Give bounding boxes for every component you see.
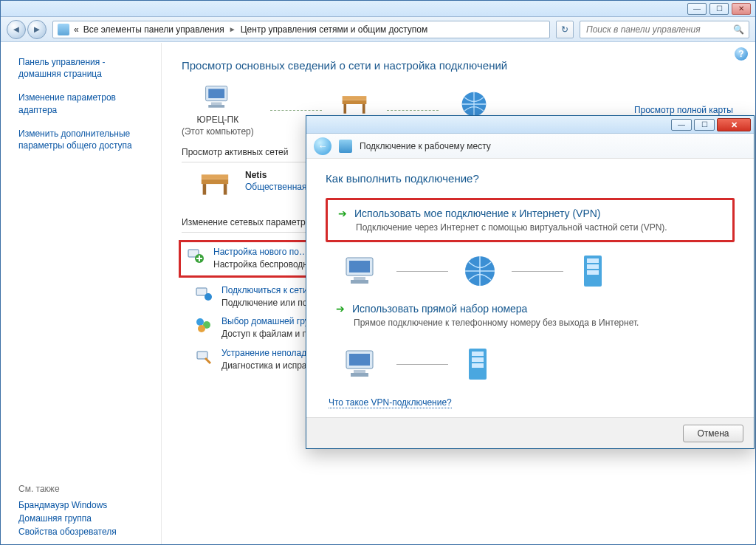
option-dialup-title: Использовать прямой набор номера [352, 303, 527, 315]
vpn-help-link[interactable]: Что такое VPN-подключение? [329, 397, 452, 408]
see-also-homegroup[interactable]: Домашняя группа [18, 513, 152, 524]
vpn-diagram [342, 253, 735, 289]
nav-back-button[interactable]: ◄ [7, 20, 26, 39]
sidebar: Панель управления - домашняя страница Из… [1, 43, 162, 544]
sidebar-adapter-settings[interactable]: Изменение параметров адаптера [18, 92, 149, 115]
map-computer-label: ЮРЕЦ-ПК [197, 114, 239, 125]
sidebar-sharing-settings[interactable]: Изменить дополнительные параметры общего… [18, 128, 149, 151]
minimize-button[interactable]: — [687, 3, 707, 15]
svg-rect-12 [224, 184, 227, 195]
diagram-line [512, 271, 563, 272]
svg-point-19 [198, 325, 205, 332]
see-also-firewall[interactable]: Брандмауэр Windows [18, 500, 152, 510]
svg-rect-36 [472, 357, 484, 362]
refresh-button[interactable]: ↻ [556, 21, 574, 38]
svg-rect-10 [202, 174, 228, 179]
arrow-icon: ➔ [338, 208, 347, 219]
dialog-maximize-button[interactable]: ☐ [694, 119, 715, 131]
svg-rect-37 [472, 363, 484, 368]
svg-rect-5 [342, 96, 366, 100]
page-title: Просмотр основных сведений о сети и наст… [182, 59, 733, 72]
svg-rect-35 [472, 352, 484, 356]
option-vpn-desc: Подключение через Интернет с помощью вир… [356, 222, 722, 233]
svg-rect-23 [354, 277, 365, 280]
dialup-diagram [342, 346, 735, 383]
bench-icon [195, 170, 235, 199]
svg-rect-3 [208, 105, 224, 108]
dialog-footer: Отмена [306, 417, 754, 448]
connect-workplace-dialog: — ☐ ✕ ← Подключение к рабочему месту Как… [306, 115, 755, 449]
breadcrumb-prefix: « [74, 24, 79, 35]
svg-point-16 [205, 293, 212, 301]
setup-connection-icon [187, 247, 205, 264]
dialog-title: Подключение к рабочему месту [360, 141, 491, 151]
homegroup-icon [195, 316, 213, 334]
map-computer: ЮРЕЦ-ПК (Этот компьютер) [182, 83, 254, 137]
dialog-body: Как выполнить подключение? ➔ Использоват… [306, 159, 754, 416]
connect-network-icon [195, 285, 213, 303]
workplace-icon [339, 140, 352, 153]
svg-rect-22 [349, 261, 370, 272]
breadcrumb-sep: ► [229, 25, 236, 33]
explorer-titlebar: — ☐ ✕ [1, 1, 755, 17]
svg-rect-28 [587, 264, 599, 269]
svg-rect-32 [354, 370, 365, 373]
sidebar-home-link[interactable]: Панель управления - домашняя страница [18, 56, 149, 80]
map-line-2 [387, 110, 439, 111]
dialog-back-button[interactable]: ← [314, 137, 331, 155]
troubleshoot-icon [195, 348, 213, 366]
server-icon [461, 346, 494, 383]
dialog-heading: Как выполнить подключение? [326, 172, 735, 185]
map-computer-note: (Этот компьютер) [182, 126, 254, 137]
nav-forward-button[interactable]: ► [27, 20, 47, 39]
dialog-minimize-button[interactable]: — [671, 119, 692, 131]
svg-rect-9 [202, 179, 228, 184]
option-vpn[interactable]: ➔ Использовать мое подключение к Интерне… [326, 198, 735, 242]
arrow-icon: ➔ [336, 303, 345, 315]
diagram-line [396, 364, 448, 365]
computer-icon [202, 83, 234, 113]
maximize-button[interactable]: ☐ [709, 3, 729, 15]
dialog-toolbar: ← Подключение к рабочему месту [306, 134, 754, 159]
map-line-1 [270, 110, 322, 111]
globe-icon [461, 253, 498, 289]
breadcrumb-2[interactable]: Центр управления сетями и общим доступом [241, 24, 428, 35]
search-icon: 🔍 [733, 24, 744, 35]
svg-rect-27 [587, 258, 599, 263]
see-also-browser-props[interactable]: Свойства обозревателя [18, 527, 152, 537]
svg-rect-24 [351, 280, 368, 284]
svg-rect-4 [342, 100, 366, 104]
full-map-link[interactable]: Просмотр полной карты [634, 105, 733, 115]
svg-rect-31 [349, 354, 370, 366]
svg-rect-6 [343, 104, 346, 114]
address-bar: ◄ ► « Все элементы панели управления ► Ц… [1, 17, 755, 42]
search-input[interactable] [585, 24, 729, 35]
diagram-line [396, 271, 448, 272]
close-button[interactable]: ✕ [732, 3, 751, 15]
control-panel-icon [58, 24, 69, 35]
option-dialup-desc: Прямое подключение к телефонному номеру … [354, 318, 724, 328]
svg-rect-11 [203, 184, 207, 195]
svg-point-17 [196, 318, 204, 326]
svg-rect-7 [362, 104, 365, 114]
cancel-button[interactable]: Отмена [683, 425, 743, 442]
svg-rect-29 [587, 270, 599, 275]
breadcrumb[interactable]: « Все элементы панели управления ► Центр… [52, 21, 550, 38]
server-icon [577, 253, 609, 289]
svg-rect-2 [211, 102, 222, 105]
svg-rect-15 [196, 288, 207, 295]
breadcrumb-1[interactable]: Все элементы панели управления [83, 24, 224, 35]
option-vpn-title: Использовать мое подключение к Интернету… [354, 208, 601, 219]
dialog-titlebar: — ☐ ✕ [306, 116, 754, 134]
dialog-close-button[interactable]: ✕ [717, 118, 751, 131]
see-also-header: См. также [18, 484, 152, 494]
router-icon [338, 89, 371, 119]
globe-icon [458, 89, 490, 119]
computer-icon [342, 346, 383, 382]
computer-icon [342, 253, 383, 289]
svg-rect-1 [208, 89, 224, 98]
option-dialup[interactable]: ➔ Использовать прямой набор номера Прямо… [326, 295, 735, 335]
search-box[interactable]: 🔍 [580, 21, 749, 38]
svg-rect-33 [351, 373, 368, 377]
